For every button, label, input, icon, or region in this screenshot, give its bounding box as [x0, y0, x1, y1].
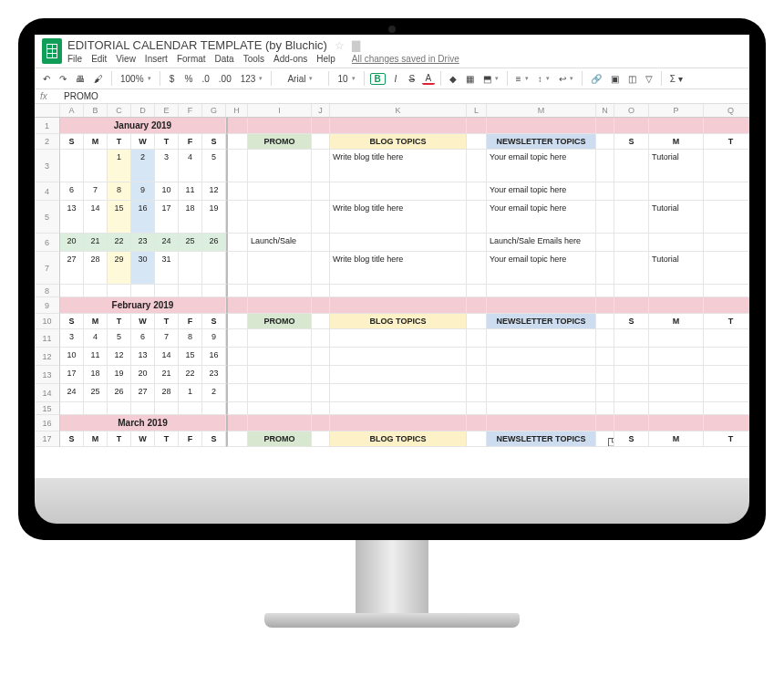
news-cell[interactable]: Your email topic here [487, 252, 596, 285]
cal-cell[interactable] [202, 252, 226, 285]
cal-cell[interactable]: 16 [131, 201, 155, 234]
cal-cell[interactable]: 29 [108, 252, 131, 285]
cal-cell[interactable]: 26 [202, 234, 226, 252]
col-g[interactable]: G [202, 104, 226, 117]
dec-decrease-button[interactable]: .0 [199, 72, 211, 86]
col-h[interactable]: H [226, 104, 248, 117]
rowhead-3[interactable]: 3 [35, 150, 60, 182]
menu-file[interactable]: File [67, 54, 82, 64]
cal-cell[interactable]: 3 [155, 150, 179, 182]
rowhead-1[interactable]: 1 [35, 118, 60, 134]
col-i[interactable]: I [248, 104, 312, 117]
percent-button[interactable]: % [182, 72, 196, 86]
col-b[interactable]: B [84, 104, 108, 117]
cal-cell[interactable]: 18 [179, 201, 202, 234]
cal-cell[interactable]: 7 [155, 329, 179, 348]
cal-cell[interactable]: 19 [202, 201, 226, 234]
cal-cell[interactable]: 9 [202, 329, 226, 348]
cal-cell[interactable]: 28 [155, 384, 179, 402]
cal-cell[interactable]: 17 [155, 201, 179, 234]
cal-cell[interactable]: 10 [155, 182, 179, 201]
blog-cell[interactable]: Write blog title here [330, 252, 467, 285]
menu-help[interactable]: Help [316, 54, 335, 64]
undo-button[interactable]: ↶ [40, 72, 53, 86]
cal-cell[interactable]: 5 [202, 150, 226, 182]
cal-cell[interactable]: 3 [60, 329, 84, 348]
filter-button[interactable]: ▽ [643, 72, 655, 86]
cal-cell[interactable] [60, 150, 84, 182]
rowhead-16[interactable]: 16 [35, 415, 60, 432]
cal-cell[interactable]: 20 [60, 234, 84, 252]
cal-cell[interactable] [84, 150, 108, 182]
rowhead-13[interactable]: 13 [35, 366, 60, 384]
cal-cell[interactable]: 11 [84, 348, 108, 366]
chart-button[interactable]: ◫ [625, 72, 639, 86]
cal-cell[interactable]: 9 [131, 182, 155, 201]
cal-cell[interactable]: 18 [84, 366, 108, 384]
cal-cell[interactable]: 4 [84, 329, 108, 348]
cal-cell[interactable]: 1 [179, 384, 202, 402]
cal-cell[interactable]: 14 [155, 348, 179, 366]
cal-cell[interactable] [179, 252, 202, 285]
cal-cell[interactable]: 15 [108, 201, 131, 234]
col-k[interactable]: K [330, 104, 467, 117]
cal-cell[interactable]: 11 [179, 182, 202, 201]
cal-cell[interactable]: 21 [155, 366, 179, 384]
rowhead-8[interactable]: 8 [35, 285, 60, 297]
menu-format[interactable]: Format [177, 54, 206, 64]
rowhead-10[interactable]: 10 [35, 314, 60, 329]
strike-button[interactable]: S [406, 72, 418, 86]
cal-cell[interactable]: 8 [179, 329, 202, 348]
fx-value[interactable]: PROMO [64, 91, 98, 101]
font-select[interactable]: Arial [277, 72, 323, 86]
cal-cell[interactable]: 24 [155, 234, 179, 252]
fontsize-select[interactable]: 10 [335, 72, 357, 86]
p-cell[interactable]: Tutorial [649, 201, 704, 234]
cal-cell[interactable]: 2 [202, 384, 226, 402]
menu-addons[interactable]: Add-ons [273, 54, 307, 64]
cal-cell[interactable]: 8 [108, 182, 131, 201]
news-cell[interactable]: Your email topic here [487, 201, 596, 234]
cal-cell[interactable]: 12 [202, 182, 226, 201]
cal-cell[interactable]: 21 [84, 234, 108, 252]
col-p[interactable]: P [649, 104, 704, 117]
cal-cell[interactable]: 17 [60, 366, 84, 384]
merge-button[interactable]: ⬒ [480, 72, 501, 86]
rowhead-2[interactable]: 2 [35, 134, 60, 150]
col-o[interactable]: O [614, 104, 649, 117]
format-select[interactable]: 123 [238, 72, 266, 86]
cal-cell[interactable]: 27 [131, 384, 155, 402]
cal-cell[interactable]: 30 [131, 252, 155, 285]
col-d[interactable]: D [131, 104, 155, 117]
cal-cell[interactable]: 28 [84, 252, 108, 285]
rowhead-6[interactable]: 6 [35, 234, 60, 252]
cal-cell[interactable]: 14 [84, 201, 108, 234]
cal-cell[interactable]: 31 [155, 252, 179, 285]
link-button[interactable]: 🔗 [588, 72, 604, 86]
promo-cell[interactable] [248, 150, 312, 182]
promo-cell[interactable]: Launch/Sale [248, 234, 312, 252]
rowhead-15[interactable]: 15 [35, 402, 60, 415]
bold-button[interactable]: B [370, 73, 386, 85]
cal-cell[interactable]: 7 [84, 182, 108, 201]
textcolor-button[interactable]: A [422, 73, 435, 85]
p-cell[interactable]: Tutorial [649, 150, 704, 182]
cal-cell[interactable]: 25 [179, 234, 202, 252]
cal-cell[interactable]: 22 [108, 234, 131, 252]
cal-cell[interactable]: 10 [60, 348, 84, 366]
cal-cell[interactable]: 6 [60, 182, 84, 201]
cal-cell[interactable]: 23 [202, 366, 226, 384]
folder-icon[interactable]: ▇ [352, 39, 360, 52]
document-title[interactable]: EDITORIAL CALENDAR TEMPLATE (by Bluchic) [67, 38, 327, 52]
currency-button[interactable]: $ [166, 72, 179, 86]
cal-cell[interactable]: 13 [131, 348, 155, 366]
functions-button[interactable]: Σ ▾ [667, 72, 686, 86]
col-c[interactable]: C [108, 104, 131, 117]
cal-cell[interactable]: 24 [60, 384, 84, 402]
paint-button[interactable]: 🖌 [91, 72, 106, 86]
col-f[interactable]: F [179, 104, 202, 117]
comment-button[interactable]: ▣ [608, 72, 622, 86]
redo-button[interactable]: ↷ [57, 72, 69, 86]
blog-cell[interactable]: Write blog title here [330, 150, 467, 182]
rowhead-11[interactable]: 11 [35, 329, 60, 348]
